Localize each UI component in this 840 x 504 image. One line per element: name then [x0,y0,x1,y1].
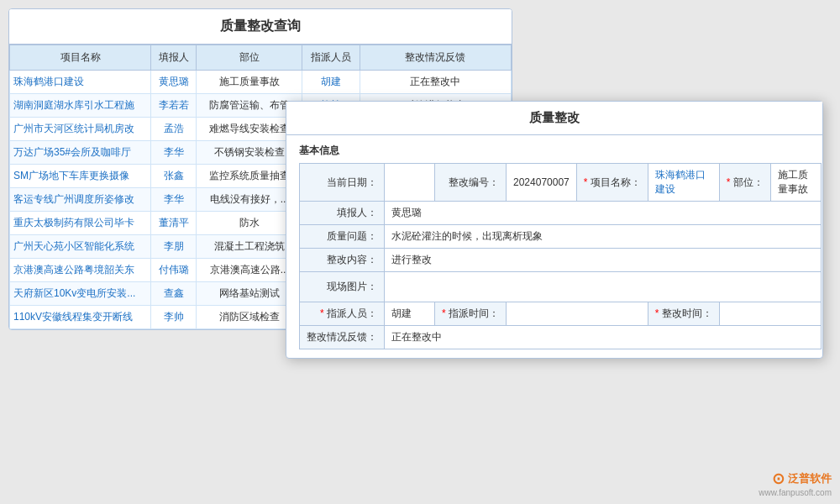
rectification-value: 进行整改 [385,249,822,272]
logo-website: www.fanpusoft.com [759,488,832,497]
change-no-label: 整改编号： [435,164,507,202]
table-cell: 京港澳高速公路粤境韶关东 [10,259,151,282]
current-date-value [385,164,435,202]
quality-issue-label: 质量问题： [300,225,385,249]
table-cell: 客运专线广州调度所姿修改 [10,188,151,212]
table-cell: 万达广场35#会所及咖啡厅 [10,141,151,165]
table-cell: 李若若 [151,94,197,118]
assignee-value: 胡建 [385,302,435,326]
table-cell: 李华 [151,141,197,165]
form-row-2: 填报人： 黄思璐 [300,202,822,225]
modal-body: 基本信息 当前日期： 整改编号： 2024070007 项目名称： 珠海鹤港口建… [286,135,822,358]
col-header-dept: 部位 [197,45,302,71]
current-date-label: 当前日期： [300,164,385,202]
table-cell: 施工质量事故 [197,71,302,94]
table-cell: 110kV安徽线程集变开断线 [10,306,151,329]
detail-modal: 质量整改 基本信息 当前日期： 整改编号： 2024070007 项目名称： 珠… [286,101,823,359]
form-row-3: 质量问题： 水泥砼灌注的时候，出现离析现象 [300,225,822,249]
table-cell: 李华 [151,188,197,212]
form-row-4: 整改内容： 进行整改 [300,249,822,272]
table-cell: 黄思璐 [151,71,197,94]
rectification-label: 整改内容： [300,249,385,272]
site-photo-label: 现场图片： [300,272,385,302]
section-label: 基本信息 [299,144,810,158]
table-cell: 重庆太极制药有限公司毕卡 [10,212,151,235]
quality-issue-value: 水泥砼灌注的时候，出现离析现象 [385,225,822,249]
change-no-value: 2024070007 [507,164,577,202]
table-cell: 查鑫 [151,282,197,306]
table-cell: 董清平 [151,212,197,235]
form-row-7: 整改情况反馈： 正在整改中 [300,326,822,349]
table-cell: 李朋 [151,235,197,259]
form-table: 当前日期： 整改编号： 2024070007 项目名称： 珠海鹤港口建设 部位：… [299,163,822,349]
dept-value: 施工质量事故 [770,164,821,202]
form-row-5: 现场图片： [300,272,822,302]
table-cell: 孟浩 [151,118,197,141]
col-header-name: 项目名称 [10,45,151,71]
rectify-time-value [719,302,821,326]
table-cell: 李帅 [151,306,197,329]
feedback-label: 整改情况反馈： [300,326,385,349]
modal-title: 质量整改 [286,102,822,135]
table-cell: 胡建 [302,71,360,94]
assign-time-value [507,302,648,326]
table-row[interactable]: 珠海鹤港口建设黄思璐施工质量事故胡建正在整改中 [10,71,512,94]
table-cell: 付伟璐 [151,259,197,282]
project-name-value[interactable]: 珠海鹤港口建设 [648,164,719,202]
assign-time-label: 指派时间： [435,302,507,326]
rectify-time-label: 整改时间： [648,302,719,326]
assignee-label: 指派人员： [300,302,385,326]
form-row-6: 指派人员： 胡建 指派时间： 整改时间： [300,302,822,326]
col-header-reporter: 填报人 [151,45,197,71]
table-cell: 张鑫 [151,165,197,188]
col-header-feedback: 整改情况反馈 [360,45,511,71]
dept-label: 部位： [719,164,770,202]
reporter-value: 黄思璐 [385,202,822,225]
list-panel-title: 质量整改查询 [9,9,512,45]
logo-watermark: ⊙ 泛普软件 www.fanpusoft.com [759,470,832,497]
site-photo-value [385,272,822,302]
table-cell: 广州天心苑小区智能化系统 [10,235,151,259]
logo-icon: ⊙ [772,470,785,488]
table-cell: 正在整改中 [360,71,511,94]
table-cell: 湖南洞庭湖水库引水工程施 [10,94,151,118]
reporter-label: 填报人： [300,202,385,225]
project-name-label: 项目名称： [576,164,648,202]
table-header-row: 项目名称 填报人 部位 指派人员 整改情况反馈 [10,45,512,71]
table-cell: 广州市天河区统计局机房改 [10,118,151,141]
feedback-value: 正在整改中 [385,326,822,349]
form-row-1: 当前日期： 整改编号： 2024070007 项目名称： 珠海鹤港口建设 部位：… [300,164,822,202]
logo-brand: 泛普软件 [788,471,832,486]
table-cell: 珠海鹤港口建设 [10,71,151,94]
table-cell: 天府新区10Kv变电所安装... [10,282,151,306]
table-cell: SM广场地下车库更换摄像 [10,165,151,188]
col-header-assignee: 指派人员 [302,45,360,71]
